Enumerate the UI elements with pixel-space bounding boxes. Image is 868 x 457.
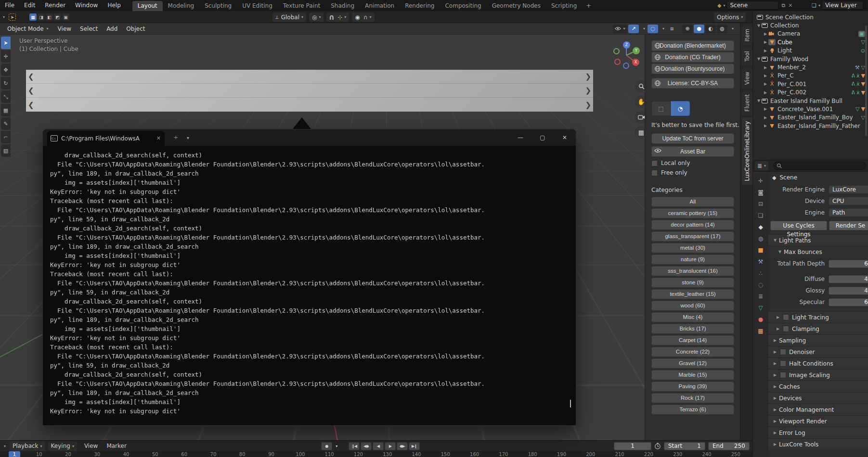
toggle-perspective-grid-icon[interactable]: ▦ xyxy=(635,126,648,139)
terminal-titlebar[interactable]: C:\ C:\Program Files\WindowsA ✕ ＋ ▾ — ▢ … xyxy=(43,129,576,146)
update-toc-button[interactable]: Update ToC from server xyxy=(651,133,734,144)
properties-search-input[interactable] xyxy=(782,163,811,169)
sidebar-tab-view[interactable]: View xyxy=(742,68,752,89)
render-engine-select[interactable]: LuxCore xyxy=(829,185,868,194)
mesh-data-icon[interactable]: ▽ xyxy=(855,106,859,112)
light-data-icon[interactable]: ⊙ xyxy=(861,48,865,54)
tab-constraints-icon[interactable]: ≣ xyxy=(758,293,763,300)
tool-cursor[interactable]: ✛ xyxy=(1,50,11,63)
total-path-depth-slider[interactable]: 6 xyxy=(829,260,868,268)
tab-texture-icon[interactable]: ▩ xyxy=(758,328,763,334)
shading-chevron-icon[interactable]: ▾ xyxy=(728,25,735,33)
expand-icon[interactable]: ▼ xyxy=(756,99,762,103)
tab-shading[interactable]: Shading xyxy=(325,1,360,11)
tab-modifiers-icon[interactable]: ⚒ xyxy=(758,258,764,265)
shading-rendered-button[interactable]: ◍ xyxy=(717,25,727,33)
expand-icon[interactable]: ▼ xyxy=(756,24,762,28)
pivot-point-dropdown[interactable]: ◎ ▾ xyxy=(309,13,324,22)
donation-button[interactable]: Donation (Blendermarket) xyxy=(651,40,734,51)
sidebar-tab-item[interactable]: Item xyxy=(742,25,752,45)
shading-solid-button[interactable]: ● xyxy=(694,25,704,33)
expand-icon[interactable]: ▶ xyxy=(763,82,768,86)
glossy-slider[interactable]: 4 xyxy=(829,287,868,295)
proportional-edit-icon[interactable]: ◉ xyxy=(355,14,360,21)
tab-object-icon[interactable]: ■ xyxy=(758,247,763,254)
tool-move[interactable]: ✥ xyxy=(1,63,11,76)
category-button[interactable]: Terrazo (6) xyxy=(651,405,734,415)
new-tab-button[interactable]: ＋ xyxy=(172,133,179,142)
category-button[interactable]: Paving (39) xyxy=(651,381,734,392)
select-mode-extend-icon[interactable]: ◨ xyxy=(38,13,45,21)
gizmos-chevron-icon[interactable]: ▾ xyxy=(640,25,647,33)
image-scaling-checkbox[interactable] xyxy=(780,372,786,378)
timeline-editor-chevron-icon[interactable]: ▾ xyxy=(4,444,6,448)
outliner-row-scene-collection[interactable]: Scene Collection xyxy=(753,13,868,21)
model-assets-toggle[interactable]: ⬚ xyxy=(651,101,671,116)
outliner-row-easter-island-familly-father[interactable]: ▶ ▼ Easter_Island_Familly_Father xyxy=(753,122,868,130)
category-button[interactable]: Concrete (22) xyxy=(651,347,734,357)
category-button[interactable]: decor pattern (14) xyxy=(651,220,734,230)
tab-dropdown-icon[interactable]: ▾ xyxy=(187,135,189,140)
tab-tool-icon[interactable]: ✛ xyxy=(758,178,763,184)
outliner-row-collection[interactable]: ▼ Collection xyxy=(753,21,868,29)
select-mode-subtract-icon[interactable]: ◧ xyxy=(46,13,53,21)
end-frame-field[interactable]: End250 xyxy=(708,442,750,450)
copy-scene-icon[interactable]: ⧉ xyxy=(781,2,785,9)
mesh-child-icon[interactable]: ▼ xyxy=(861,89,865,96)
timeline-menu-marker[interactable]: Marker xyxy=(102,443,130,449)
tool-add-cube[interactable]: ▧ xyxy=(1,144,11,157)
viewport-menu-view[interactable]: View xyxy=(53,25,76,32)
category-button[interactable]: Gravel (12) xyxy=(651,358,734,368)
asset-bar-right-arrow-icon[interactable]: ❯ xyxy=(585,101,591,109)
expand-icon[interactable]: ▶ xyxy=(763,90,768,95)
viewport-menu-select[interactable]: Select xyxy=(76,25,102,32)
magnet-icon[interactable]: U xyxy=(329,14,334,21)
previous-keyframe-button[interactable]: ◀◆ xyxy=(361,442,372,450)
overlays-toggle[interactable]: ◌ xyxy=(648,25,658,33)
mesh-data-icon[interactable]: ▽ xyxy=(861,39,865,45)
properties-search[interactable] xyxy=(773,162,866,170)
timeline-menu-view[interactable]: View xyxy=(80,443,102,449)
material-assets-toggle[interactable]: ◔ xyxy=(671,101,690,116)
expand-icon[interactable]: ▶ xyxy=(763,40,768,44)
category-button[interactable]: Rock (17) xyxy=(651,393,734,403)
scene-chevron-icon[interactable]: ▾ xyxy=(723,3,725,8)
playhead[interactable]: 1 xyxy=(9,451,20,457)
tab-close-icon[interactable]: ✕ xyxy=(156,135,161,141)
asset-bar-artifact[interactable]: ❮❯ ❮❯ ❮❯ xyxy=(26,70,593,112)
start-frame-field[interactable]: Start1 xyxy=(664,442,705,450)
image-scaling-section[interactable]: ▶Image Scaling xyxy=(768,369,868,381)
category-button[interactable]: nature (9) xyxy=(651,254,734,265)
category-button[interactable]: Marble (15) xyxy=(651,370,734,380)
tab-world-icon[interactable]: ◍ xyxy=(758,235,763,242)
error-log-section[interactable]: ▶Error Log xyxy=(768,427,868,438)
xray-toggle[interactable]: ⧈ xyxy=(667,25,677,33)
active-tool-icon[interactable]: ➤ xyxy=(9,13,16,21)
modifier-wrench-icon[interactable]: ⚒ xyxy=(855,64,860,71)
device-select[interactable]: CPU xyxy=(829,197,868,205)
category-button[interactable]: ceramic pottery (15) xyxy=(651,208,734,218)
sampling-section[interactable]: ▶Sampling xyxy=(768,334,868,346)
timeline-ruler[interactable]: 1020304050607080901001101201301401501601… xyxy=(0,451,752,457)
halt-conditions-section[interactable]: ▶Halt Conditions xyxy=(768,357,868,369)
expand-icon[interactable]: ▶ xyxy=(763,107,768,111)
armature-data-icon[interactable]: ẋ xyxy=(856,81,860,87)
outliner-row-per-c-002[interactable]: ▶ Ẋ Per_C.002 ᕕẋ▼ xyxy=(753,89,868,97)
menu-window[interactable]: Window xyxy=(70,0,103,11)
view-layer-icon[interactable]: ❏ xyxy=(812,2,816,9)
gizmo-z-axis[interactable]: Z xyxy=(623,41,630,49)
overlays-chevron-icon[interactable]: ▾ xyxy=(659,25,666,33)
jump-to-start-button[interactable]: ❙◀ xyxy=(349,442,360,450)
terminal-output[interactable]: draw_callback_2d_search(self, context) F… xyxy=(43,146,576,420)
outliner-row-easter-island-familly-bull[interactable]: ▼ Easter Island Familly Bull xyxy=(753,97,868,105)
tab-modeling[interactable]: Modeling xyxy=(163,1,200,11)
clamping-section[interactable]: ▶Clamping xyxy=(768,323,868,334)
tab-animation[interactable]: Animation xyxy=(360,1,400,11)
mesh-child-icon[interactable]: ▼ xyxy=(861,81,865,87)
snap-target-icon[interactable]: ⊹ xyxy=(337,14,342,21)
gizmo-neg-y-axis[interactable] xyxy=(613,48,620,54)
category-all-button[interactable]: All xyxy=(651,197,734,207)
outliner-row-concrete-vase[interactable]: ▶ ▼ Concrete_Vase.001 ▽▼ xyxy=(753,105,868,113)
asset-bar-right-arrow-icon[interactable]: ❯ xyxy=(585,72,591,81)
denoiser-checkbox[interactable] xyxy=(780,349,786,355)
